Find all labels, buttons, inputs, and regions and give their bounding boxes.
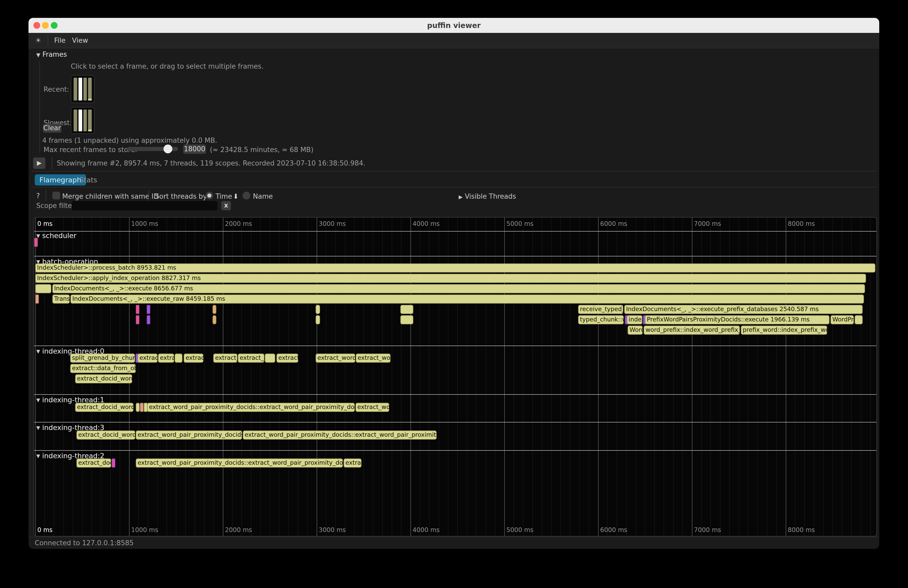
flamegraph-scope-bar[interactable]: extrac [184, 353, 203, 363]
flamegraph-scope-bar[interactable]: typed_chunk::w [578, 315, 624, 324]
flamegraph-scope-bar[interactable]: extract_word_pair_proximity_docids [136, 431, 242, 440]
help-button[interactable]: ? [36, 192, 40, 200]
flamegraph-scope-bar[interactable]: extract_word [316, 353, 355, 363]
flamegraph-scope-bar[interactable]: extract [277, 353, 298, 363]
theme-toggle-icon[interactable]: ☀ [35, 37, 41, 44]
flamegraph-scope-bar[interactable]: IndexDocuments<_, _>::execute_raw 8459.1… [71, 294, 864, 304]
merge-children-checkbox[interactable] [52, 192, 60, 199]
frame-thumbnail-bar[interactable] [74, 78, 77, 101]
flamegraph-scope-bar[interactable] [213, 315, 216, 324]
flamegraph-scope-bar[interactable]: extra [158, 353, 174, 363]
flamegraph-scope-bar[interactable] [265, 353, 275, 363]
flamegraph-scope-bar[interactable]: extract_docid_word [75, 403, 134, 412]
flamegraph-scope-bar[interactable]: extract_docid_word [75, 374, 132, 383]
scope-filter-input[interactable] [72, 201, 217, 210]
sort-name-radio[interactable] [243, 192, 250, 199]
flamegraph-scope-bar[interactable]: extract_wo [356, 353, 391, 363]
collapse-triangle-icon: ▼ [36, 453, 40, 459]
flamegraph-scope-bar[interactable]: extract_ [213, 353, 237, 363]
flamegraph-scope-bar[interactable] [147, 315, 150, 324]
flamegraph-scope-bar[interactable]: WordPr [831, 315, 854, 324]
flamegraph-scope-bar[interactable]: PrefixWordPairsProximityDocids::execute … [645, 315, 829, 324]
flamegraph-scope-bar[interactable] [213, 305, 216, 314]
flamegraph-scope-bar[interactable]: extract_wo [356, 403, 389, 412]
recent-frames-thumbnail[interactable] [71, 75, 95, 103]
frame-thumbnail-bar[interactable] [84, 109, 87, 131]
flamegraph-scope-bar[interactable] [855, 315, 863, 324]
play-button[interactable]: ▶ [33, 157, 45, 169]
clear-button[interactable]: Clear [43, 124, 61, 133]
flamegraph-scope-bar[interactable] [175, 353, 182, 363]
flamegraph-scope-bar[interactable] [147, 305, 150, 314]
ruler-tick-label: 1000 ms [131, 526, 158, 533]
sort-time-radio[interactable] [206, 192, 213, 199]
max-frames-value[interactable]: 18000 [183, 145, 206, 154]
thread-group-divider [34, 345, 876, 346]
flamegraph-scope-bar[interactable] [35, 294, 39, 304]
sort-direction-icon[interactable]: ⬇ [233, 193, 239, 200]
flamegraph-scope-bar[interactable]: extrac [344, 458, 362, 468]
flamegraph-scope-bar[interactable]: extract_docid_word [76, 431, 135, 440]
flamegraph-scope-bar[interactable]: extract_doc [76, 458, 111, 468]
flamegraph-scope-bar[interactable] [316, 305, 320, 314]
flamegraph-scope-bar[interactable]: IndexDocuments<_, _>::execute_prefix_dat… [624, 305, 863, 314]
flamegraph-scope-bar[interactable] [140, 403, 143, 412]
flamegraph-scope-bar[interactable]: extract_ [238, 353, 264, 363]
flamegraph-scope-bar[interactable] [136, 305, 139, 314]
collapse-triangle-icon: ▼ [36, 425, 40, 431]
slowest-frames-thumbnail[interactable] [71, 107, 95, 134]
frame-thumbnail-bar[interactable] [74, 109, 77, 131]
flamegraph-scope-bar[interactable] [35, 284, 51, 293]
flamegraph-scope-bar[interactable]: word_prefix::index_word_prefix_ [644, 326, 740, 335]
collapse-triangle-icon: ▼ [36, 397, 40, 403]
max-frames-slider-knob[interactable] [164, 145, 172, 153]
flamegraph-scope-bar[interactable]: IndexScheduler>::apply_index_operation 8… [35, 274, 866, 283]
flamegraph-scope-bar[interactable]: split_grenad_by_chun [70, 353, 135, 363]
frame-thumbnail-bar[interactable] [88, 78, 92, 101]
flamegraph-scope-bar[interactable] [144, 403, 147, 412]
flamegraph-scope-bar[interactable] [400, 315, 413, 324]
frame-thumbnail-bar[interactable] [79, 78, 82, 101]
frame-thumbnail-bar[interactable] [88, 109, 92, 131]
thread-group-divider [34, 422, 876, 423]
frame-thumbnail-bar[interactable] [79, 109, 82, 131]
menu-file[interactable]: File [54, 37, 66, 44]
flamegraph-scope-bar[interactable]: Word [628, 326, 642, 335]
flamegraph-scope-bar[interactable] [316, 315, 320, 324]
flamegraph-scope-bar[interactable] [136, 403, 140, 412]
statusbar-divider [29, 537, 879, 537]
titlebar[interactable]: puffin viewer [29, 18, 879, 33]
flamegraph-scope-bar[interactable]: extract_word_pair_proximity_docids::extr… [136, 458, 343, 468]
ruler-tick-label: 8000 ms [788, 220, 815, 227]
flamegraph-canvas[interactable]: 0 ms1000 ms2000 ms3000 ms4000 ms5000 ms6… [34, 217, 877, 537]
tab-stats[interactable]: Stats [79, 174, 97, 185]
ruler-tick-label: 0 ms [37, 526, 53, 533]
flamegraph-scope-bar[interactable]: extract::data_from_ob [70, 364, 136, 373]
flamegraph-scope-bar[interactable]: prefix_word::index_prefix_wo [741, 326, 827, 335]
flamegraph-scope-bar[interactable]: index [627, 315, 642, 324]
thread-group-divider [34, 394, 876, 395]
flamegraph-scope-bar[interactable]: Trans [52, 294, 70, 304]
flamegraph-scope-bar[interactable] [400, 305, 413, 314]
controls-divider [148, 190, 149, 201]
sort-name-label: Name [253, 193, 273, 200]
collapse-triangle-icon: ▼ [36, 52, 40, 58]
frame-thumbnail-bar[interactable] [84, 78, 87, 101]
flamegraph-scope-bar[interactable]: receive_typed_ [578, 305, 623, 314]
visible-threads-header[interactable]: ▶ Visible Threads [459, 193, 516, 200]
flamegraph-scope-bar[interactable] [34, 238, 38, 247]
flamegraph-scope-bar[interactable] [136, 315, 139, 324]
frames-section-header[interactable]: ▼ Frames [36, 50, 67, 58]
flamegraph-scope-bar[interactable]: IndexDocuments<_, _>::execute 8656.677 m… [52, 284, 865, 293]
clear-filter-button[interactable]: x [221, 201, 231, 210]
flamegraph-scope-bar[interactable] [112, 458, 115, 468]
tab-flamegraph[interactable]: Flamegraph [35, 174, 86, 185]
flamegraph-scope-bar[interactable]: extract_word_pair_proximity_docids::extr… [243, 431, 436, 440]
thread-group-label[interactable]: ▼scheduler [36, 231, 76, 239]
flamegraph-scope-bar[interactable]: extract [138, 353, 158, 363]
separator [31, 171, 877, 172]
flamegraph-scope-bar[interactable]: extract_word_pair_proximity_docids::extr… [147, 403, 355, 412]
thread-group-divider [34, 450, 876, 451]
flamegraph-scope-bar[interactable]: IndexScheduler>::process_batch 8953.821 … [35, 263, 875, 273]
menu-view[interactable]: View [72, 37, 88, 44]
